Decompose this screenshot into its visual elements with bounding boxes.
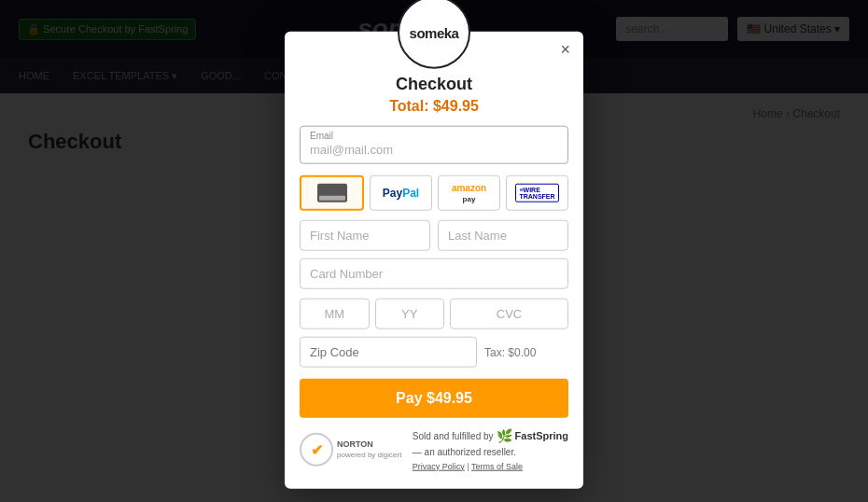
zip-input[interactable] [300, 337, 477, 368]
sold-by-label: Sold and fulfilled by [413, 430, 494, 443]
authorized-label: — an authorized reseller. [413, 445, 568, 458]
wire-icon: ≡WIRETRANSFER [515, 184, 558, 202]
fastspring-name: FastSpring [515, 429, 568, 443]
payment-methods: PayPal amazonpay ≡WIRETRANSFER [300, 175, 568, 211]
card-icon [317, 184, 347, 202]
first-name-input[interactable] [300, 220, 430, 251]
email-field-wrap: Email [300, 126, 568, 164]
card-details-row [300, 299, 568, 329]
modal-title: Checkout [285, 75, 583, 94]
close-button[interactable]: × [560, 41, 570, 58]
amazon-icon: amazonpay [452, 182, 486, 203]
cvc-input[interactable] [450, 299, 568, 329]
payment-method-paypal[interactable]: PayPal [370, 175, 432, 211]
modal-logo-wrap: someka [285, 0, 583, 69]
terms-link[interactable]: Terms of Sale [471, 461, 523, 470]
payment-method-amazon[interactable]: amazonpay [438, 175, 500, 211]
zip-tax-row: Tax: $0.00 [300, 337, 568, 368]
modal-footer: ✔ NORTON powered by digicert Sold and fu… [285, 418, 583, 472]
payment-method-wire[interactable]: ≡WIRETRANSFER [506, 175, 568, 211]
fastspring-leaf-icon: 🌿 [497, 427, 512, 446]
yy-input[interactable] [375, 299, 445, 329]
fastspring-links: Privacy Policy | Terms of Sale [413, 460, 568, 472]
email-label: Email [310, 131, 558, 141]
card-number-input[interactable] [300, 258, 568, 289]
modal-total: Total: $49.95 [285, 98, 583, 115]
fastspring-sold-by: Sold and fulfilled by 🌿 FastSpring [413, 427, 568, 446]
payment-method-card[interactable] [300, 175, 364, 211]
mm-input[interactable] [300, 299, 370, 329]
paypal-icon: PayPal [383, 187, 419, 200]
norton-text: NORTON powered by digicert [337, 439, 401, 460]
name-row [300, 220, 568, 251]
fastspring-info: Sold and fulfilled by 🌿 FastSpring — an … [413, 427, 568, 472]
privacy-policy-link[interactable]: Privacy Policy [413, 461, 465, 470]
card-number-group [300, 258, 568, 289]
checkout-modal: someka × Checkout Total: $49.95 Email Pa… [285, 32, 583, 489]
norton-icon: ✔ [300, 433, 333, 467]
email-input[interactable] [310, 143, 558, 157]
norton-badge: ✔ NORTON powered by digicert [300, 433, 401, 467]
last-name-input[interactable] [438, 220, 568, 251]
tax-label: Tax: $0.00 [484, 345, 568, 358]
pay-button[interactable]: Pay $49.95 [300, 379, 568, 418]
modal-logo: someka [398, 0, 470, 69]
modal-body: Email PayPal amazonpay [285, 126, 583, 418]
